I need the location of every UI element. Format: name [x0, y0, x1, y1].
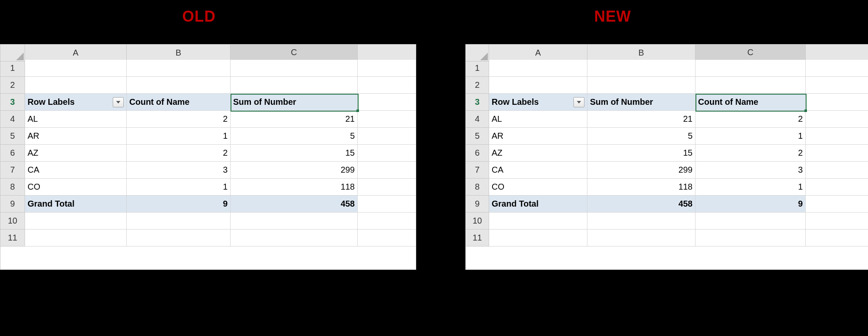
row-header[interactable]: 11: [466, 230, 489, 246]
select-all-triangle[interactable]: [466, 45, 489, 62]
column-header-c[interactable]: C: [231, 45, 358, 62]
cell[interactable]: [587, 60, 696, 77]
pivot-row-label[interactable]: AL: [25, 111, 127, 128]
row-header[interactable]: 2: [466, 77, 489, 94]
cell[interactable]: [489, 230, 587, 246]
cell[interactable]: [489, 77, 587, 94]
pivot-value[interactable]: 299: [587, 162, 696, 179]
pivot-col-c-header[interactable]: Sum of Number: [231, 94, 358, 111]
pivot-row-label[interactable]: AL: [489, 111, 587, 128]
row-header[interactable]: 7: [0, 162, 25, 179]
row-header[interactable]: 10: [466, 213, 489, 230]
row-header[interactable]: 9: [0, 196, 25, 213]
pivot-row-label[interactable]: CO: [489, 179, 587, 196]
cell[interactable]: [127, 77, 231, 94]
row-header[interactable]: 10: [0, 213, 25, 230]
cell[interactable]: [696, 230, 806, 246]
pivot-value[interactable]: 15: [587, 145, 696, 162]
pivot-row-label[interactable]: AR: [489, 128, 587, 145]
cell[interactable]: [231, 230, 358, 246]
pivot-col-b-header[interactable]: Sum of Number: [587, 94, 696, 111]
row-header[interactable]: 11: [0, 230, 25, 246]
row-header[interactable]: 5: [466, 128, 489, 145]
row-header[interactable]: 1: [0, 60, 25, 77]
pivot-value[interactable]: 2: [696, 145, 806, 162]
cell[interactable]: [127, 60, 231, 77]
pivot-col-c-header[interactable]: Count of Name: [696, 94, 806, 111]
pivot-value[interactable]: 118: [587, 179, 696, 196]
cell[interactable]: [25, 60, 127, 77]
cell[interactable]: [587, 77, 696, 94]
pivot-value[interactable]: 3: [696, 162, 806, 179]
column-header-b[interactable]: B: [587, 45, 696, 62]
grand-total-label[interactable]: Grand Total: [489, 196, 587, 213]
pivot-value[interactable]: 2: [127, 145, 231, 162]
cell[interactable]: [25, 77, 127, 94]
row-header[interactable]: 8: [466, 179, 489, 196]
row-header[interactable]: 9: [466, 196, 489, 213]
row-header[interactable]: 5: [0, 128, 25, 145]
row-header[interactable]: 2: [0, 77, 25, 94]
cell[interactable]: [127, 213, 231, 230]
filter-dropdown-button[interactable]: [573, 97, 584, 107]
cell[interactable]: [231, 77, 358, 94]
grand-total-label[interactable]: Grand Total: [25, 196, 127, 213]
grand-total-value[interactable]: 458: [587, 196, 696, 213]
grand-total-value[interactable]: 9: [696, 196, 806, 213]
grand-total-value[interactable]: 9: [127, 196, 231, 213]
pivot-value[interactable]: 3: [127, 162, 231, 179]
pivot-col-b-header[interactable]: Count of Name: [127, 94, 231, 111]
pivot-value[interactable]: 5: [587, 128, 696, 145]
pivot-row-label[interactable]: AZ: [489, 145, 587, 162]
cell[interactable]: [25, 213, 127, 230]
pivot-value[interactable]: 1: [696, 179, 806, 196]
pivot-row-label[interactable]: AR: [25, 128, 127, 145]
pivot-value[interactable]: 21: [231, 111, 358, 128]
select-all-triangle[interactable]: [0, 45, 25, 62]
pivot-value[interactable]: 118: [231, 179, 358, 196]
cell[interactable]: [696, 60, 806, 77]
cell[interactable]: [696, 213, 806, 230]
pivot-row-label[interactable]: CO: [25, 179, 127, 196]
pivot-value[interactable]: 299: [231, 162, 358, 179]
pivot-value[interactable]: 1: [127, 179, 231, 196]
pivot-row-labels-header[interactable]: Row Labels: [489, 94, 587, 111]
row-header[interactable]: 6: [0, 145, 25, 162]
cell[interactable]: [231, 60, 358, 77]
grand-total-value[interactable]: 458: [231, 196, 358, 213]
pivot-value[interactable]: 1: [696, 128, 806, 145]
row-header[interactable]: 3: [0, 94, 25, 111]
cell[interactable]: [587, 230, 696, 246]
pivot-row-label[interactable]: CA: [25, 162, 127, 179]
column-header-a[interactable]: A: [25, 45, 127, 62]
cell[interactable]: [489, 60, 587, 77]
row-header[interactable]: 7: [466, 162, 489, 179]
cell[interactable]: [231, 213, 358, 230]
cell[interactable]: [489, 213, 587, 230]
pivot-value[interactable]: 2: [696, 111, 806, 128]
new-spreadsheet: A B C 1 2 3 Row Labels Sum of Number Cou…: [465, 44, 868, 270]
pivot-value[interactable]: 5: [231, 128, 358, 145]
cell[interactable]: [25, 230, 127, 246]
cell[interactable]: [127, 230, 231, 246]
pivot-value[interactable]: 15: [231, 145, 358, 162]
row-header[interactable]: 4: [466, 111, 489, 128]
row-header[interactable]: 6: [466, 145, 489, 162]
row-header[interactable]: 8: [0, 179, 25, 196]
pivot-row-label[interactable]: CA: [489, 162, 587, 179]
pivot-value[interactable]: 2: [127, 111, 231, 128]
cell[interactable]: [587, 213, 696, 230]
filter-dropdown-button[interactable]: [113, 97, 124, 107]
pivot-value[interactable]: 21: [587, 111, 696, 128]
pivot-value[interactable]: 1: [127, 128, 231, 145]
row-header[interactable]: 4: [0, 111, 25, 128]
cell[interactable]: [696, 77, 806, 94]
row-header[interactable]: 3: [466, 94, 489, 111]
column-header-a[interactable]: A: [489, 45, 587, 62]
pivot-row-labels-text: Row Labels: [492, 97, 539, 107]
pivot-row-label[interactable]: AZ: [25, 145, 127, 162]
column-header-b[interactable]: B: [127, 45, 231, 62]
column-header-c[interactable]: C: [696, 45, 806, 62]
row-header[interactable]: 1: [466, 60, 489, 77]
pivot-row-labels-header[interactable]: Row Labels: [25, 94, 127, 111]
